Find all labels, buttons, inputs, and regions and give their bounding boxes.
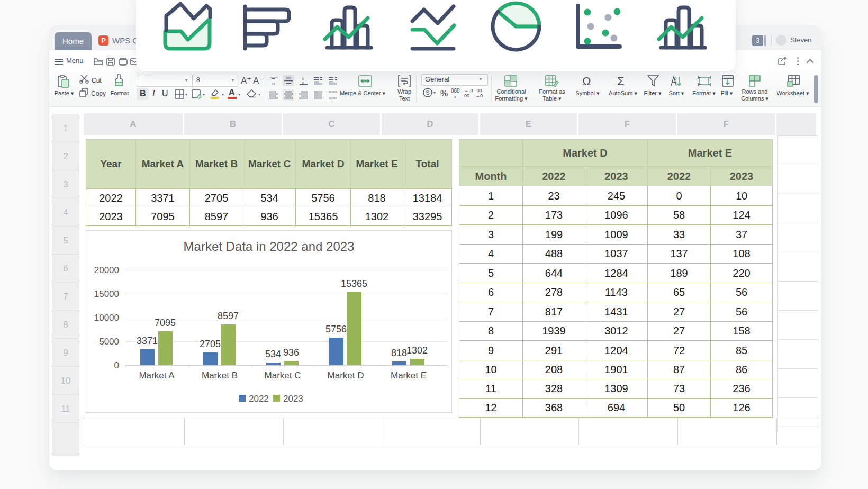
svg-text:9: 9: [674, 80, 677, 85]
svg-text:S: S: [426, 89, 429, 96]
